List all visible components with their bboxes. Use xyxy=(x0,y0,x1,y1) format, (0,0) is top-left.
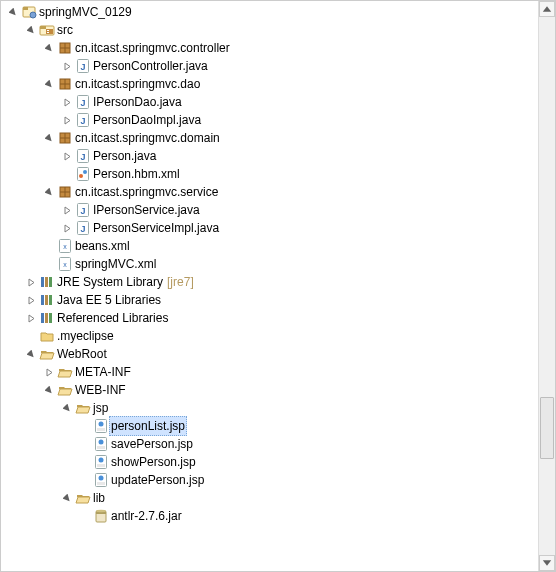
tree-item[interactable]: cn.itcast.springmvc.dao xyxy=(1,75,539,93)
expand-collapse-icon[interactable] xyxy=(41,40,57,56)
scroll-down-button[interactable] xyxy=(539,555,555,571)
tree-item-label: src xyxy=(55,21,75,39)
tree-item[interactable]: IPersonDao.java xyxy=(1,93,539,111)
project-tree[interactable]: springMVC_0129srccn.itcast.springmvc.con… xyxy=(1,1,539,525)
tree-item[interactable]: cn.itcast.springmvc.domain xyxy=(1,129,539,147)
tree-item-label: cn.itcast.springmvc.domain xyxy=(73,129,222,147)
tree-item-label: Person.hbm.xml xyxy=(91,165,182,183)
lib-icon xyxy=(39,274,55,290)
package-explorer: springMVC_0129srccn.itcast.springmvc.con… xyxy=(0,0,556,572)
folder-icon xyxy=(39,328,55,344)
jsp-icon xyxy=(93,454,109,470)
expand-collapse-icon[interactable] xyxy=(41,364,57,380)
expand-collapse-icon[interactable] xyxy=(59,400,75,416)
expand-collapse-icon[interactable] xyxy=(23,310,39,326)
scrollbar-thumb[interactable] xyxy=(540,397,554,459)
jsp-icon xyxy=(93,472,109,488)
tree-item[interactable]: META-INF xyxy=(1,363,539,381)
project-icon xyxy=(21,4,37,20)
expand-collapse-icon[interactable] xyxy=(41,184,57,200)
tree-item[interactable]: springMVC.xml xyxy=(1,255,539,273)
expand-collapse-icon[interactable] xyxy=(59,112,75,128)
expand-collapse-icon[interactable] xyxy=(41,76,57,92)
java-icon xyxy=(75,202,91,218)
lib-icon xyxy=(39,292,55,308)
folderopen-icon xyxy=(75,400,91,416)
expand-collapse-icon[interactable] xyxy=(59,148,75,164)
tree-item-label: cn.itcast.springmvc.controller xyxy=(73,39,232,57)
tree-item[interactable]: Person.java xyxy=(1,147,539,165)
tree-item[interactable]: .myeclipse xyxy=(1,327,539,345)
tree-item[interactable]: jsp xyxy=(1,399,539,417)
expand-collapse-icon[interactable] xyxy=(23,292,39,308)
jar-icon xyxy=(93,508,109,524)
lib-icon xyxy=(39,310,55,326)
tree-item-label: PersonController.java xyxy=(91,57,210,75)
tree-item[interactable]: beans.xml xyxy=(1,237,539,255)
tree-item[interactable]: updatePerson.jsp xyxy=(1,471,539,489)
tree-item[interactable]: JRE System Library[jre7] xyxy=(1,273,539,291)
tree-item-label: cn.itcast.springmvc.dao xyxy=(73,75,202,93)
tree-item-label: beans.xml xyxy=(73,237,132,255)
srcfolder-icon xyxy=(39,22,55,38)
tree-item[interactable]: antlr-2.7.6.jar xyxy=(1,507,539,525)
tree-item-label: IPersonService.java xyxy=(91,201,202,219)
folderopen-icon xyxy=(75,490,91,506)
java-icon xyxy=(75,94,91,110)
expand-collapse-icon[interactable] xyxy=(59,220,75,236)
expand-collapse-icon[interactable] xyxy=(23,346,39,362)
tree-item[interactable]: PersonController.java xyxy=(1,57,539,75)
scroll-up-button[interactable] xyxy=(539,1,555,17)
tree-item[interactable]: cn.itcast.springmvc.controller xyxy=(1,39,539,57)
tree-item-label: PersonDaoImpl.java xyxy=(91,111,203,129)
tree-item[interactable]: showPerson.jsp xyxy=(1,453,539,471)
tree-item[interactable]: Java EE 5 Libraries xyxy=(1,291,539,309)
jsp-icon xyxy=(93,418,109,434)
tree-item[interactable]: cn.itcast.springmvc.service xyxy=(1,183,539,201)
tree-item-label: WEB-INF xyxy=(73,381,128,399)
java-icon xyxy=(75,112,91,128)
tree-item[interactable]: src xyxy=(1,21,539,39)
tree-item[interactable]: IPersonService.java xyxy=(1,201,539,219)
expand-collapse-icon[interactable] xyxy=(59,490,75,506)
tree-item-label: Person.java xyxy=(91,147,158,165)
expand-collapse-icon[interactable] xyxy=(59,58,75,74)
java-icon xyxy=(75,220,91,236)
tree-item-label: WebRoot xyxy=(55,345,109,363)
tree-item-label: personList.jsp xyxy=(109,416,187,436)
tree-item-label: springMVC_0129 xyxy=(37,3,134,21)
xml-icon xyxy=(57,238,73,254)
tree-item[interactable]: WEB-INF xyxy=(1,381,539,399)
tree-item[interactable]: lib xyxy=(1,489,539,507)
tree-item[interactable]: savePerson.jsp xyxy=(1,435,539,453)
tree-item-label: lib xyxy=(91,489,107,507)
expand-collapse-icon[interactable] xyxy=(23,22,39,38)
tree-item-label: savePerson.jsp xyxy=(109,435,195,453)
tree-item[interactable]: springMVC_0129 xyxy=(1,3,539,21)
tree-item[interactable]: Referenced Libraries xyxy=(1,309,539,327)
expand-collapse-icon[interactable] xyxy=(59,202,75,218)
tree-item-label: Referenced Libraries xyxy=(55,309,170,327)
tree-item[interactable]: WebRoot xyxy=(1,345,539,363)
expand-collapse-icon[interactable] xyxy=(41,382,57,398)
scrollbar-track[interactable] xyxy=(539,17,555,555)
folderopen-icon xyxy=(57,364,73,380)
hbm-icon xyxy=(75,166,91,182)
folderopen-icon xyxy=(57,382,73,398)
tree-item-label: jsp xyxy=(91,399,110,417)
tree-item-label: springMVC.xml xyxy=(73,255,158,273)
tree-item[interactable]: personList.jsp xyxy=(1,417,539,435)
tree-item-label: cn.itcast.springmvc.service xyxy=(73,183,220,201)
expand-collapse-icon[interactable] xyxy=(41,130,57,146)
tree-item[interactable]: PersonDaoImpl.java xyxy=(1,111,539,129)
expand-collapse-icon[interactable] xyxy=(59,94,75,110)
expand-collapse-icon[interactable] xyxy=(23,274,39,290)
expand-collapse-icon[interactable] xyxy=(5,4,21,20)
tree-item-label: PersonServiceImpl.java xyxy=(91,219,221,237)
tree-item-label: IPersonDao.java xyxy=(91,93,184,111)
vertical-scrollbar[interactable] xyxy=(538,1,555,571)
tree-scroll-area: springMVC_0129srccn.itcast.springmvc.con… xyxy=(1,1,539,571)
tree-item-label: META-INF xyxy=(73,363,133,381)
tree-item[interactable]: Person.hbm.xml xyxy=(1,165,539,183)
tree-item[interactable]: PersonServiceImpl.java xyxy=(1,219,539,237)
